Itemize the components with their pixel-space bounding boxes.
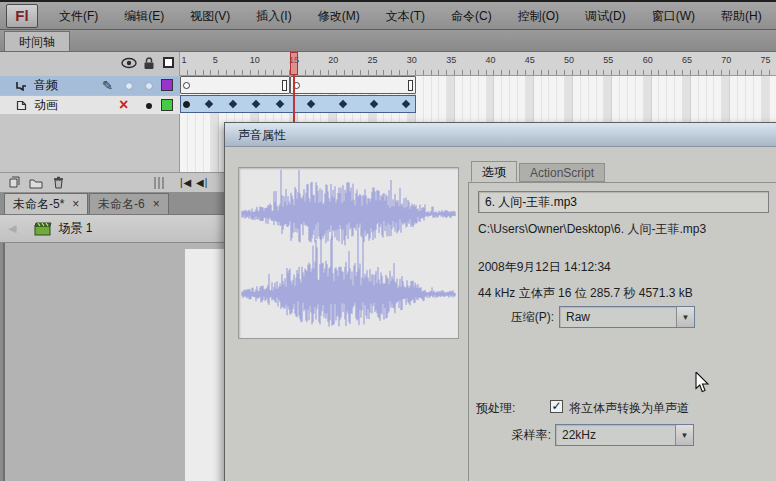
audio-frame-span-1[interactable] — [180, 76, 290, 94]
layer-outline-color-swatch[interactable] — [161, 99, 173, 111]
menu-item-7[interactable]: 控制(O) — [505, 3, 572, 29]
sound-properties-dialog: 声音属性 选项 ActionScript 6. 人间-王菲.mp3 C:\Use… — [224, 122, 776, 481]
menu-item-9[interactable]: 窗口(W) — [639, 3, 708, 29]
dialog-tab-actionscript[interactable]: ActionScript — [519, 163, 605, 182]
ruler-label-5: 5 — [204, 55, 226, 65]
menu-item-5[interactable]: 文本(T) — [373, 3, 438, 29]
menu-item-8[interactable]: 调试(D) — [572, 3, 639, 29]
layer-visible-dot[interactable] — [126, 83, 132, 89]
scene-name-label[interactable]: 场景 1 — [58, 220, 92, 237]
property-keyframe-diamond-icon[interactable] — [338, 100, 346, 108]
menu-items: 文件(F)编辑(E)视图(V)插入(I)修改(M)文本(T)命令(C)控制(O)… — [46, 3, 775, 29]
timeline-ruler[interactable]: 151015202530354045505560657075 — [180, 52, 776, 76]
menu-item-0[interactable]: 文件(F) — [46, 3, 111, 29]
frame-navigation-buttons[interactable]: |◀ ◀| — [180, 177, 208, 188]
end-frame-icon[interactable] — [408, 80, 413, 91]
pencil-edit-icon: ✎ — [102, 78, 113, 93]
delete-layer-trash-button[interactable] — [50, 176, 66, 190]
preprocess-label: 预处理: — [476, 400, 528, 417]
samplerate-label: 采样率: — [478, 427, 551, 444]
property-keyframe-diamond-icon[interactable] — [401, 100, 409, 108]
flash-app-logo[interactable]: Fl — [6, 4, 38, 28]
audio-frame-span-2[interactable] — [290, 76, 416, 94]
layer-hidden-x-icon[interactable]: × — [119, 96, 128, 114]
samplerate-value: 22kHz — [556, 425, 675, 445]
menu-item-1[interactable]: 编辑(E) — [111, 3, 177, 29]
layer-unlocked-dot[interactable] — [146, 103, 152, 109]
show-hide-column-eye-icon[interactable] — [121, 57, 137, 69]
doc-tab-label: 未命名-6 — [98, 197, 145, 211]
menu-item-2[interactable]: 视图(V) — [177, 3, 243, 29]
filled-keyframe-icon[interactable] — [183, 101, 190, 108]
end-frame-icon[interactable] — [282, 80, 287, 91]
doc-tab-untitled-6[interactable]: 未命名-6× — [89, 193, 169, 214]
waveform-channel-2 — [242, 234, 455, 327]
dialog-tab-options[interactable]: 选项 — [471, 161, 517, 182]
panel-splitter-grip[interactable] — [154, 177, 164, 189]
ruler-ticks — [180, 70, 776, 75]
back-arrow-icon[interactable]: ◀ — [8, 222, 16, 235]
property-keyframe-diamond-icon[interactable] — [252, 100, 260, 108]
new-layer-button[interactable] — [6, 176, 22, 190]
ruler-label-40: 40 — [479, 55, 501, 65]
timeline-layers-panel: 音频 ✎ 动画 × — [0, 52, 180, 172]
compression-dropdown[interactable]: Raw ▼ — [559, 306, 695, 328]
property-keyframe-diamond-icon[interactable] — [228, 100, 236, 108]
ruler-label-65: 65 — [676, 55, 698, 65]
sound-file-info: 44 kHz 立体声 16 位 285.7 秒 4571.3 kB — [478, 285, 693, 302]
samplerate-dropdown[interactable]: 22kHz ▼ — [555, 424, 694, 446]
ruler-label-25: 25 — [362, 55, 384, 65]
ruler-label-30: 30 — [401, 55, 423, 65]
chevron-down-icon[interactable]: ▼ — [676, 307, 694, 327]
property-keyframe-diamond-icon[interactable] — [276, 100, 284, 108]
ruler-label-60: 60 — [637, 55, 659, 65]
tween-frame-span[interactable] — [180, 95, 416, 113]
hollow-keyframe-icon[interactable] — [183, 82, 190, 89]
menu-item-6[interactable]: 命令(C) — [438, 3, 505, 29]
close-tab-icon[interactable]: × — [153, 197, 160, 211]
property-keyframe-diamond-icon[interactable] — [370, 100, 378, 108]
ruler-label-70: 70 — [715, 55, 737, 65]
layer-row-audio[interactable]: 音频 ✎ — [0, 76, 180, 95]
chevron-down-icon[interactable]: ▼ — [675, 425, 693, 445]
panel-tab-bar: 时间轴 — [0, 30, 776, 52]
menu-item-4[interactable]: 修改(M) — [305, 3, 373, 29]
doc-tab-label: 未命名-5* — [13, 197, 64, 211]
waveform-channel-1 — [242, 170, 455, 246]
close-tab-icon[interactable]: × — [72, 197, 79, 211]
ruler-label-10: 10 — [244, 55, 266, 65]
tab-timeline[interactable]: 时间轴 — [4, 31, 70, 51]
menu-item-10[interactable]: 帮助(H) — [708, 3, 775, 29]
outline-column-icon[interactable] — [163, 57, 174, 68]
menu-item-3[interactable]: 插入(I) — [243, 3, 304, 29]
property-keyframe-diamond-icon[interactable] — [307, 100, 315, 108]
menu-bar: Fl 文件(F)编辑(E)视图(V)插入(I)修改(M)文本(T)命令(C)控制… — [0, 0, 776, 30]
normal-layer-type-icon — [16, 100, 28, 111]
layer-unlocked-dot[interactable] — [146, 83, 152, 89]
waveform-preview — [238, 167, 459, 339]
sound-name-field[interactable]: 6. 人间-王菲.mp3 — [478, 191, 769, 213]
layer-name[interactable]: 动画 — [34, 97, 58, 114]
property-keyframe-diamond-icon[interactable] — [205, 100, 213, 108]
lock-column-icon[interactable] — [143, 57, 155, 70]
doc-tab-untitled-5[interactable]: 未命名-5*× — [4, 193, 88, 214]
ruler-label-45: 45 — [519, 55, 541, 65]
ruler-label-20: 20 — [322, 55, 344, 65]
ruler-label-75: 75 — [755, 55, 776, 65]
new-folder-button[interactable] — [28, 176, 44, 190]
sound-file-path: C:\Users\Owner\Desktop\6. 人间-王菲.mp3 — [478, 221, 706, 238]
convert-stereo-checkbox[interactable]: ✓ — [550, 400, 563, 413]
dialog-title-bar[interactable]: 声音属性 — [225, 123, 776, 147]
layer-name[interactable]: 音频 — [34, 77, 58, 94]
compression-value: Raw — [560, 307, 676, 327]
playhead-marker[interactable] — [290, 52, 298, 75]
ruler-label-35: 35 — [440, 55, 462, 65]
layer-outline-color-swatch[interactable] — [161, 79, 173, 91]
scene-clapperboard-icon — [34, 222, 52, 236]
ruler-label-55: 55 — [597, 55, 619, 65]
convert-stereo-label[interactable]: 将立体声转换为单声道 — [569, 400, 689, 417]
layer-row-anim[interactable]: 动画 × — [0, 95, 180, 114]
stage-canvas[interactable] — [185, 249, 227, 481]
audio-layer-type-icon — [16, 81, 28, 91]
panel-edge-divider — [3, 243, 5, 481]
